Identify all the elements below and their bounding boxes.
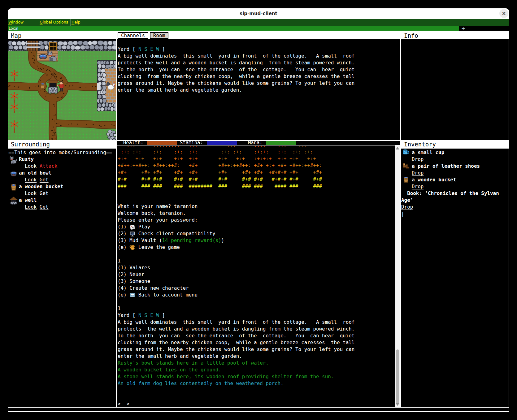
terminal-line: grass around it. Maybe the chickens woul… <box>118 346 354 353</box>
surrounding-entry-actions: Look Get <box>25 204 133 210</box>
action-attack[interactable]: Attack <box>40 163 57 169</box>
map-canvas <box>8 39 116 140</box>
terminal-line: An old farm dog lies contentedly on the … <box>118 380 354 387</box>
map-gate <box>26 41 40 51</box>
map-panel <box>8 39 116 140</box>
action-get[interactable]: Get <box>40 190 49 196</box>
close-button[interactable]: × <box>499 9 508 18</box>
tab-room[interactable]: Room <box>150 32 168 39</box>
terminal-line: Yard [ N S E W ] <box>118 312 354 319</box>
status-fill-stamina <box>207 141 237 145</box>
status-label-mana: Mana: <box>248 141 263 145</box>
menu-bar: WindowGlobal OptionsHelp <box>8 19 509 26</box>
terminal-panel[interactable]: ::: ::::::::: ::: ::: :::: ::: ::: :+: :… <box>117 145 400 407</box>
surrounding-entry-actions: Look Get <box>25 190 133 197</box>
terminal-line: What is your name? taranion <box>118 203 354 210</box>
command-input[interactable] <box>8 407 509 412</box>
add-session-button[interactable]: + <box>461 26 467 31</box>
terminal-line <box>118 394 354 401</box>
map-water-bowl-sprite <box>39 54 47 59</box>
title-bar[interactable]: sip-mud-client × <box>8 8 509 19</box>
room-description-line: grass around it. Maybe the chickens woul… <box>118 80 354 87</box>
room-title-line: Yard [ N S E W ] <box>118 46 354 53</box>
action-look[interactable]: Look <box>25 190 37 196</box>
terminal-line <box>118 196 354 203</box>
terminal-line: A wooden bucket lies on the ground. <box>118 366 354 373</box>
terminal-line: :+: :+: :+: :+: :+: :+: :+: :+:+: :+: :+… <box>118 149 354 155</box>
surrounding-note: ==This goes into mobs/Surrounding== <box>8 149 117 156</box>
session-tab-local[interactable]: Local <box>8 26 459 31</box>
terminal-line: (2) Check client compatibility <box>118 230 354 237</box>
surrounding-entry-actions: Look Attack <box>25 163 133 170</box>
terminal-line <box>118 251 354 258</box>
action-drop[interactable]: Drop <box>412 170 424 176</box>
action-get[interactable]: Get <box>40 177 49 183</box>
terminal-line: 1 <box>118 258 354 264</box>
terminal-line: To the north you can see the entrance of… <box>118 332 354 339</box>
map-bucket-sprite <box>41 83 45 89</box>
action-look[interactable]: Look <box>25 177 37 183</box>
status-fill-health <box>147 141 177 145</box>
terminal-line: A stone well stands here, its wooden roo… <box>118 373 354 380</box>
map-wall <box>8 41 116 51</box>
terminal-line: A big well dominates this small yard in … <box>118 319 354 326</box>
terminal-line: ::: ::::::::: ::: ::: :::: ::: ::: <box>118 145 354 149</box>
terminal-scrollbar[interactable] <box>395 145 400 407</box>
map-panel-title: Map <box>11 32 21 40</box>
action-look[interactable]: Look <box>25 163 37 169</box>
terminal-line: (2) Neuer <box>118 271 354 278</box>
text-cursor: | <box>401 210 509 217</box>
action-drop[interactable]: Drop <box>412 156 424 162</box>
room-description-line: clucking from the nearby chicken coop, w… <box>118 73 354 80</box>
action-get[interactable]: Get <box>40 204 49 210</box>
room-description-line: protects the well and a wooden bucket is… <box>118 59 354 66</box>
terminal-line: (1) Valares <box>118 264 354 271</box>
room-description-line: To the north you can see the entrance of… <box>118 66 354 73</box>
action-look[interactable]: Look <box>25 204 37 210</box>
surrounding-entry-name: a well <box>19 197 127 204</box>
menu-item-help[interactable]: Help <box>71 19 102 26</box>
terminal-line: (1) Play <box>118 223 354 230</box>
surrounding-panel-title: Surrounding <box>11 141 50 148</box>
well-icon <box>10 197 18 205</box>
status-fill-mana <box>266 141 296 145</box>
menu-item-global-options[interactable]: Global Options <box>39 19 71 26</box>
inventory-item-name: a wooden bucket <box>412 176 509 183</box>
terminal-line: (3) Someone <box>118 278 354 285</box>
status-label-health: Health: <box>123 141 143 145</box>
terminal-line <box>118 298 354 305</box>
surrounding-entry-name: Rusty <box>19 156 127 163</box>
scroll-up-arrow[interactable] <box>396 147 399 149</box>
scroll-down-arrow[interactable] <box>396 403 399 406</box>
app-window: sip-mud-client × WindowGlobal OptionsHel… <box>8 8 509 412</box>
dice-icon <box>129 224 135 230</box>
terminal-line: Rusty's bowl stands here in a little poo… <box>118 360 354 366</box>
room-description-line: enter the small herb and vegetable garde… <box>118 87 354 93</box>
terminal-line: #+# #+# #+# #+# #+# #+# #+# #+# #+#+# #+… <box>118 176 354 183</box>
terminal-line: clucking from the nearby chicken coop, w… <box>118 339 354 346</box>
bucket-icon <box>402 176 410 183</box>
map-window <box>50 43 57 50</box>
monitor-icon <box>129 231 135 236</box>
status-label-stamina: Stamina: <box>180 141 203 145</box>
terminal-line: protects the well and a wooden bucket is… <box>118 326 354 332</box>
action-drop[interactable]: Drop <box>412 184 424 189</box>
session-tab-bar: Local + <box>8 26 509 31</box>
inventory-item-name: Book: 'Chronicles of the Sylvan <box>401 190 509 197</box>
terminal-line: 1 <box>118 305 354 312</box>
surrounding-entry-actions: Look Get <box>25 176 133 183</box>
terminal-line: (e) Leave the game <box>118 244 354 251</box>
shoes-icon <box>402 162 410 169</box>
action-drop[interactable]: Drop <box>401 204 413 210</box>
tab-channels[interactable]: Channels <box>118 32 148 39</box>
status-bar-row: Health:Stamina:Mana: <box>117 141 400 145</box>
terminal-line: (3) Mud Vault (14 pending reward(s)) <box>118 237 354 244</box>
inventory-panel-title: Inventory <box>404 141 436 148</box>
inventory-item-name: a pair of leather shoes <box>412 163 509 170</box>
room-panel: Yard [ N S E W ]A big well dominates thi… <box>117 39 400 140</box>
terminal-line <box>118 387 354 394</box>
scrollbar-thumb[interactable] <box>396 349 399 404</box>
menu-item-window[interactable]: Window <box>8 19 39 26</box>
terminal-line: (4) Create new character <box>118 285 354 292</box>
terminal-line <box>118 189 354 196</box>
